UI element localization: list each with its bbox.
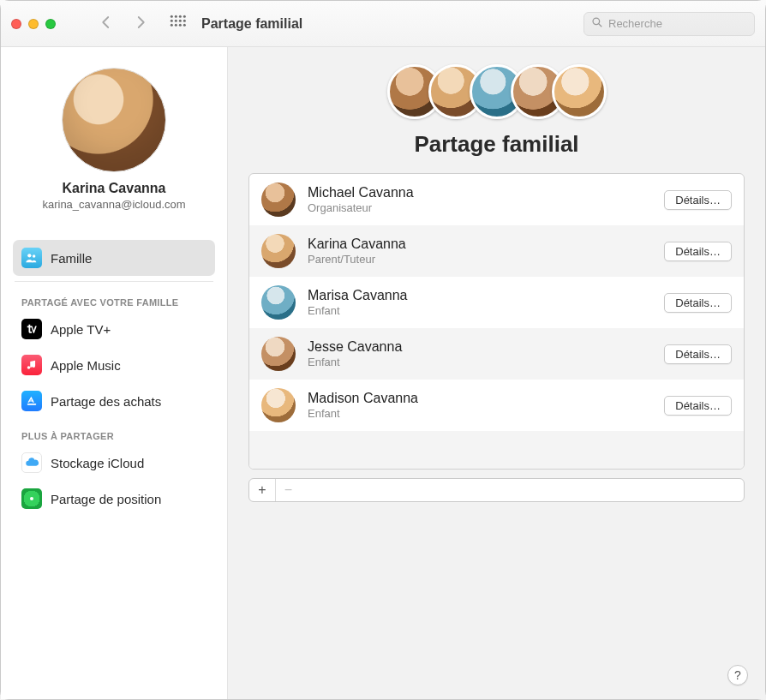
details-button[interactable]: Détails… [664,293,732,313]
svg-rect-16 [27,404,37,405]
member-name: Marisa Cavanna [308,288,664,303]
member-row[interactable]: Marisa CavannaEnfantDétails… [249,277,744,328]
svg-point-12 [593,18,600,25]
details-button[interactable]: Détails… [664,396,732,416]
svg-point-14 [27,254,31,257]
show-all-prefs-button[interactable] [169,14,186,34]
app-store-icon [21,391,42,411]
member-role: Enfant [308,304,664,317]
forward-button[interactable] [133,15,148,33]
sidebar-item-apple-music[interactable]: Apple Music [13,347,215,383]
sidebar-item-family[interactable]: Famille [13,240,215,276]
svg-point-6 [179,19,182,21]
sidebar-list: Famille Partagé avec votre famille Apple… [13,240,215,517]
svg-point-17 [30,497,33,500]
help-button[interactable]: ? [727,665,748,685]
member-avatar [261,234,296,268]
member-avatar [261,182,296,217]
hero-avatar [552,64,607,119]
svg-point-2 [179,15,182,17]
member-row[interactable]: Karina CavannaParent/TuteurDétails… [249,225,744,277]
svg-line-13 [599,23,602,27]
member-avatar [261,388,296,422]
sidebar-item-purchase-sharing[interactable]: Partage des achats [13,383,215,419]
search-field-wrap[interactable] [583,12,755,36]
nav-arrows [99,15,148,33]
member-name: Jesse Cavanna [308,339,664,355]
svg-point-10 [179,23,182,26]
minimize-window-button[interactable] [28,19,39,29]
member-text: Michael CavannaOrganisateur [308,185,664,214]
member-text: Marisa CavannaEnfant [308,288,664,317]
member-name: Michael Cavanna [308,185,664,200]
member-text: Madison CavannaEnfant [308,391,664,420]
member-row[interactable]: Michael CavannaOrganisateurDétails… [249,174,744,225]
search-input[interactable] [608,17,747,30]
member-role: Enfant [308,407,664,420]
sidebar-item-label: Famille [51,251,92,266]
find-my-icon [21,488,42,509]
svg-point-3 [183,15,186,17]
apple-tv-icon [21,319,42,339]
icloud-icon [21,452,42,473]
svg-point-15 [33,254,35,257]
details-button[interactable]: Détails… [664,344,732,364]
hero: Partage familial [248,64,745,173]
family-icon [21,248,42,268]
sidebar-item-apple-tv[interactable]: Apple TV+ [13,311,215,347]
member-table: Michael CavannaOrganisateurDétails…Karin… [248,173,745,470]
profile-name: Karina Cavanna [13,181,215,196]
svg-point-0 [171,15,173,17]
profile-block: Karina Cavanna karina_cavanna@icloud.com [13,59,215,216]
details-button[interactable]: Détails… [664,190,732,210]
body: Karina Cavanna karina_cavanna@icloud.com… [1,47,765,699]
member-row[interactable]: Madison CavannaEnfantDétails… [249,380,744,431]
table-filler [249,431,744,469]
svg-point-5 [175,19,177,21]
sidebar-item-label: Partage des achats [51,394,161,409]
svg-point-9 [175,23,177,26]
hero-title: Partage familial [248,131,745,158]
window: Partage familial Karina Cavanna karina_c… [0,0,766,700]
profile-avatar[interactable] [62,68,166,172]
zoom-window-button[interactable] [45,19,56,29]
member-role: Enfant [308,356,664,368]
add-member-button[interactable]: + [249,479,275,501]
titlebar-title: Partage familial [201,16,302,32]
main-content: Partage familial Michael CavannaOrganisa… [228,47,765,699]
close-window-button[interactable] [11,19,21,29]
sidebar-item-icloud-storage[interactable]: Stockage iCloud [13,445,215,481]
sidebar: Karina Cavanna karina_cavanna@icloud.com… [1,47,228,699]
svg-point-8 [171,23,173,26]
member-row[interactable]: Jesse CavannaEnfantDétails… [249,328,744,380]
member-avatar [261,337,296,371]
member-text: Karina CavannaParent/Tuteur [308,236,664,266]
hero-avatar-stack [248,64,745,119]
sidebar-section-more: Plus à partager [13,426,215,445]
member-role: Organisateur [308,201,664,214]
sidebar-section-shared: Partagé avec votre famille [13,292,215,311]
profile-email: karina_cavanna@icloud.com [13,198,215,211]
table-controls: + − [248,478,745,502]
member-avatar [261,285,296,320]
svg-point-1 [175,15,177,17]
member-name: Madison Cavanna [308,391,664,406]
window-controls [11,19,56,29]
details-button[interactable]: Détails… [664,242,732,261]
titlebar: Partage familial [1,1,765,47]
remove-member-button[interactable]: − [275,479,301,501]
divider [15,281,213,282]
sidebar-item-label: Apple Music [51,358,121,373]
sidebar-item-label: Stockage iCloud [51,456,144,470]
sidebar-item-label: Apple TV+ [51,322,111,337]
sidebar-item-location-sharing[interactable]: Partage de position [13,481,215,517]
member-text: Jesse CavannaEnfant [308,339,664,368]
member-role: Parent/Tuteur [308,253,664,266]
svg-point-11 [183,23,186,26]
sidebar-item-label: Partage de position [51,492,161,506]
member-name: Karina Cavanna [308,236,664,252]
svg-point-7 [183,19,186,21]
svg-point-4 [171,19,173,21]
back-button[interactable] [99,15,114,33]
search-icon [591,16,608,32]
